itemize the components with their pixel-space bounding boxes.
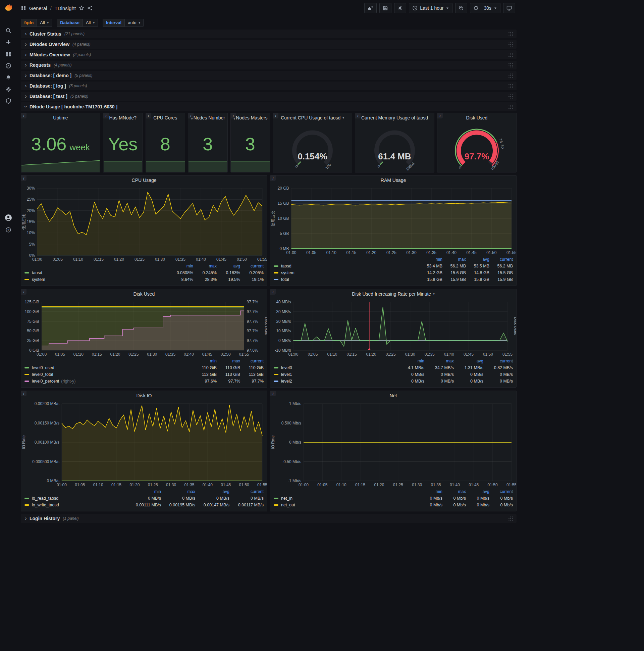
panel-title[interactable]: RAM Usage <box>270 176 516 185</box>
row-drag-handle[interactable] <box>508 32 513 36</box>
series-color-swatch[interactable] <box>25 504 29 506</box>
legend-column-header[interactable]: avg <box>466 489 489 494</box>
dashboard-row-expanded[interactable]: › DNode Usage [ huolinhe-TM1701:6030 ] <box>21 102 517 111</box>
series-color-swatch[interactable] <box>274 367 279 368</box>
panel-title[interactable]: Net <box>270 391 516 400</box>
series-name[interactable]: io_read_taosd <box>32 496 58 501</box>
panel-info-icon[interactable]: i <box>355 113 361 119</box>
series-color-swatch[interactable] <box>274 279 279 280</box>
panel-title[interactable]: VNodes Number <box>188 113 227 122</box>
series-name[interactable]: net_in <box>281 496 292 501</box>
panel-title[interactable]: VNodes Masters <box>231 113 270 122</box>
legend-column-header[interactable]: max <box>443 257 466 262</box>
series-color-swatch[interactable] <box>274 380 279 382</box>
configuration-gear-icon[interactable] <box>5 86 11 92</box>
legend-column-header[interactable]: avg <box>466 257 489 262</box>
variable-label[interactable]: fqdn <box>21 19 37 27</box>
dashboard-row[interactable]: ›Database: [ test ](5 panels) <box>21 92 517 101</box>
series-name[interactable]: level0_percent <box>32 379 59 383</box>
legend-column-header[interactable]: current <box>489 489 513 494</box>
series-color-swatch[interactable] <box>274 272 279 274</box>
series-color-swatch[interactable] <box>274 266 279 267</box>
legend-column-header[interactable]: max <box>193 264 217 269</box>
panel-info-icon[interactable]: i <box>21 289 27 294</box>
search-icon[interactable] <box>5 28 11 34</box>
panel-info-icon[interactable]: i <box>231 113 236 119</box>
variable-value-dropdown[interactable]: All▾ <box>83 19 98 27</box>
explore-compass-icon[interactable] <box>5 63 11 69</box>
row-drag-handle[interactable] <box>508 94 513 99</box>
series-color-swatch[interactable] <box>25 498 29 499</box>
legend-column-header[interactable]: min <box>193 359 217 364</box>
panel-title[interactable]: Current CPU Usage of taosd▾ <box>273 113 352 122</box>
series-color-swatch[interactable] <box>25 279 29 280</box>
legend-column-header[interactable]: min <box>395 359 424 364</box>
panel-title[interactable]: Disk IO <box>21 391 267 400</box>
legend-column-header[interactable]: current <box>229 489 264 494</box>
panel-title[interactable]: CPU Cores <box>146 113 185 122</box>
legend-column-header[interactable]: min <box>419 489 443 494</box>
series-name[interactable]: net_out <box>281 503 295 507</box>
help-icon[interactable]: ? <box>5 227 11 233</box>
panel-info-icon[interactable]: i <box>21 391 27 396</box>
legend-column-header[interactable]: max <box>161 489 195 494</box>
panel-info-icon[interactable]: i <box>270 289 276 294</box>
variable-value-dropdown[interactable]: auto▾ <box>124 19 143 27</box>
series-color-swatch[interactable] <box>274 498 279 499</box>
panel-title[interactable]: Disk Used <box>438 113 516 122</box>
dashboard-row[interactable]: ›Requests(4 panels) <box>21 61 517 69</box>
alerting-bell-icon[interactable] <box>5 74 11 81</box>
share-icon[interactable] <box>87 5 93 11</box>
panel-title[interactable]: CPU Usage <box>21 176 267 185</box>
legend-column-header[interactable]: min <box>127 489 161 494</box>
legend-column-header[interactable]: max <box>424 359 454 364</box>
row-drag-handle[interactable] <box>508 84 513 88</box>
series-name[interactable]: level0 <box>281 366 292 370</box>
legend-column-header[interactable]: max <box>443 489 466 494</box>
legend-column-header[interactable]: max <box>217 359 240 364</box>
row-drag-handle[interactable] <box>508 516 513 521</box>
legend-column-header[interactable]: current <box>489 257 513 262</box>
dashboard-row[interactable]: ›Cluster Status(21 panels) <box>21 30 517 38</box>
panel-info-icon[interactable]: i <box>146 113 151 119</box>
legend-column-header[interactable]: current <box>240 264 264 269</box>
breadcrumb-section[interactable]: General <box>29 5 47 11</box>
row-drag-handle[interactable] <box>508 42 513 46</box>
row-drag-handle[interactable] <box>508 104 513 109</box>
legend-column-header[interactable]: current <box>483 359 513 364</box>
zoom-out-button[interactable] <box>455 3 467 13</box>
time-range-picker[interactable]: Last 1 hour <box>409 3 452 13</box>
dashboard-row[interactable]: ›DNodes Overview(4 panels) <box>21 40 517 49</box>
save-dashboard-button[interactable] <box>379 3 391 13</box>
star-icon[interactable] <box>79 5 84 11</box>
dashboard-settings-button[interactable] <box>394 3 406 13</box>
series-color-swatch[interactable] <box>274 504 279 506</box>
series-name[interactable]: total <box>281 277 289 282</box>
series-color-swatch[interactable] <box>25 367 29 368</box>
panel-info-icon[interactable]: i <box>270 391 276 396</box>
series-name[interactable]: taosd <box>281 264 291 269</box>
server-admin-shield-icon[interactable] <box>5 98 11 104</box>
series-name[interactable]: system <box>32 277 45 282</box>
variable-value-dropdown[interactable]: All▾ <box>37 19 52 27</box>
series-name[interactable]: level2 <box>281 379 292 383</box>
dashboards-icon[interactable] <box>5 51 11 57</box>
series-name[interactable]: taosd <box>32 271 42 275</box>
panel-info-icon[interactable]: i <box>103 113 109 119</box>
refresh-picker[interactable]: 30s <box>470 3 501 13</box>
series-name[interactable]: level0_used <box>32 366 54 370</box>
series-name[interactable]: io_write_taosd <box>32 503 59 507</box>
legend-column-header[interactable]: avg <box>217 264 240 269</box>
legend-column-header[interactable]: min <box>419 257 443 262</box>
series-color-swatch[interactable] <box>274 374 279 375</box>
dashboard-row[interactable]: ›Database: [ demo ](5 panels) <box>21 71 517 80</box>
legend-column-header[interactable]: avg <box>454 359 483 364</box>
legend-column-header[interactable]: min <box>170 264 193 269</box>
breadcrumb-page[interactable]: TDinsight <box>55 5 76 11</box>
panel-info-icon[interactable]: i <box>273 113 279 119</box>
variable-label[interactable]: Database <box>57 19 83 27</box>
create-plus-icon[interactable] <box>5 39 11 45</box>
panel-title[interactable]: Uptime <box>21 113 100 122</box>
panel-info-icon[interactable]: i <box>21 113 27 119</box>
panel-title[interactable]: Disk Used <box>21 289 267 299</box>
